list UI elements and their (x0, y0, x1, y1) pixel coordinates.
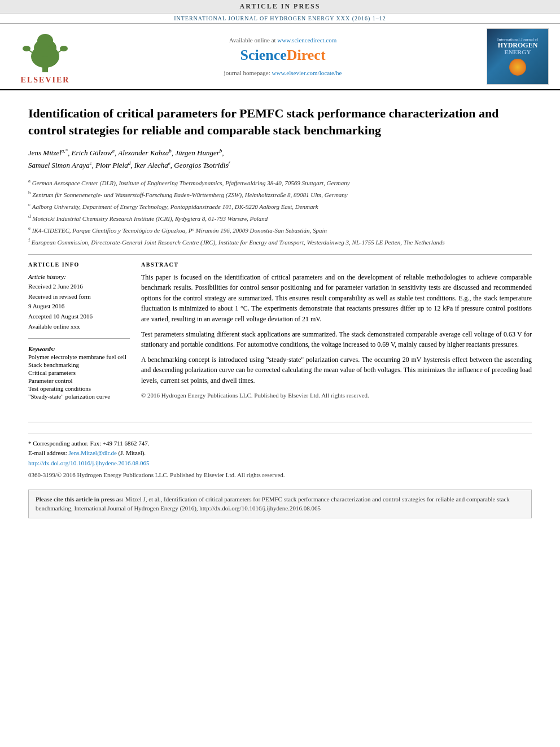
header-section: ELSEVIER Available online at www.science… (0, 24, 560, 90)
main-content: Identification of critical parameters fo… (0, 90, 560, 524)
journal-title-bar: INTERNATIONAL JOURNAL OF HYDROGEN ENERGY… (0, 14, 560, 24)
header-left: ELSEVIER (6, 28, 85, 85)
abstract-text: This paper is focused on the identificat… (141, 272, 532, 400)
keyword-item: Stack benchmarking (28, 361, 130, 368)
corresponding-author: * Corresponding author. Fax: +49 711 686… (28, 439, 532, 449)
article-in-press-banner: ARTICLE IN PRESS (0, 0, 560, 14)
abstract-para-2: Test parameters simulating different sta… (141, 329, 532, 350)
issn-line: 0360-3199/© 2016 Hydrogen Energy Publica… (28, 470, 532, 480)
two-column-section: ARTICLE INFO Article history: Received 2… (28, 261, 532, 405)
journal-cover-title: International Journal of HYDROGEN ENERGY (497, 37, 538, 56)
article-info-heading: ARTICLE INFO (28, 261, 130, 268)
header-center: Available online at www.sciencedirect.co… (90, 28, 475, 85)
svg-point-6 (23, 46, 30, 51)
journal-cover-circle (509, 59, 526, 76)
keywords-list: Polymer electrolyte membrane fuel cell S… (28, 353, 130, 400)
accepted-date: Accepted 10 August 2016 (28, 312, 130, 322)
revised-date: 9 August 2016 (28, 302, 130, 312)
divider-keywords (28, 338, 130, 339)
sciencedirect-logo-text: Science (240, 47, 286, 63)
journal-cover: International Journal of HYDROGEN ENERGY (487, 28, 549, 85)
divider-affiliations (28, 254, 532, 255)
authors-line: Jens Mitzela,*, Erich Gülzowa, Alexander… (28, 146, 532, 171)
email-link[interactable]: Jens.Mitzel@dlr.de (68, 449, 116, 456)
abstract-para-3: A benchmarking concept is introduced usi… (141, 355, 532, 386)
keyword-item: Parameter control (28, 377, 130, 384)
right-column: ABSTRACT This paper is focused on the id… (141, 261, 532, 405)
sciencedirect-url[interactable]: www.sciencedirect.com (277, 37, 336, 43)
keywords-label: Keywords: (28, 346, 130, 352)
available-online: Available online at www.sciencedirect.co… (229, 37, 337, 43)
abstract-copyright: © 2016 Hydrogen Energy Publications LLC.… (141, 391, 532, 400)
history-label: Article history: (28, 272, 130, 282)
email-line: E-mail address: Jens.Mitzel@dlr.de (J. M… (28, 448, 532, 458)
svg-point-3 (37, 34, 53, 47)
keyword-item: Test operating conditions (28, 385, 130, 392)
divider-footnotes (28, 422, 532, 422)
revised-label: Received in revised form (28, 292, 130, 302)
journal-homepage: journal homepage: www.elsevier.com/locat… (224, 69, 342, 76)
journal-homepage-url[interactable]: www.elsevier.com/locate/he (272, 69, 342, 76)
abstract-para-1: This paper is focused on the identificat… (141, 272, 532, 325)
keywords-block: Keywords: Polymer electrolyte membrane f… (28, 346, 130, 400)
keyword-item: "Steady-state" polarization curve (28, 393, 130, 400)
keyword-item: Polymer electrolyte membrane fuel cell (28, 353, 130, 360)
cite-box: Please cite this article in press as: Mi… (28, 490, 532, 518)
elsevier-tree-icon (17, 28, 73, 73)
received-date: Received 2 June 2016 (28, 282, 130, 292)
abstract-heading: ABSTRACT (141, 261, 532, 268)
available-online: Available online xxx (28, 322, 130, 332)
header-right: International Journal of HYDROGEN ENERGY (481, 28, 554, 85)
footnote-section: * Corresponding author. Fax: +49 711 686… (28, 434, 532, 480)
affiliations: a German Aerospace Center (DLR), Institu… (28, 177, 532, 247)
left-column: ARTICLE INFO Article history: Received 2… (28, 261, 130, 405)
svg-point-7 (60, 46, 68, 51)
article-info-block: Article history: Received 2 June 2016 Re… (28, 272, 130, 332)
sciencedirect-logo-text2: Direct (287, 47, 326, 63)
paper-title: Identification of critical parameters fo… (28, 105, 532, 138)
elsevier-label: ELSEVIER (21, 76, 70, 85)
keyword-item: Critical parameters (28, 369, 130, 376)
doi-link: http://dx.doi.org/10.1016/j.ijhydene.201… (28, 458, 532, 469)
sciencedirect-logo: ScienceDirect (240, 47, 325, 64)
